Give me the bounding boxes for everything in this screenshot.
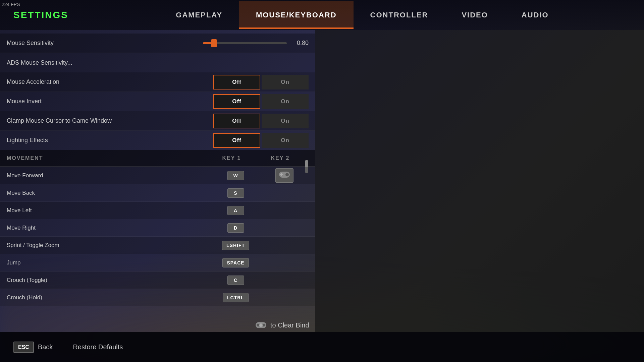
key-badge[interactable]: LCTRL	[223, 293, 249, 302]
svg-point-1	[285, 173, 289, 176]
mouse-acceleration-off[interactable]: Off	[213, 75, 260, 89]
restore-defaults-button[interactable]: Restore Defaults	[73, 343, 123, 351]
keybind-row: Crouch (Hold)LCTRL	[0, 289, 315, 306]
back-button[interactable]: ESC Back	[13, 342, 53, 353]
keybind-row: Move ForwardW	[0, 167, 315, 184]
keybind-key2-header: KEY 2	[256, 155, 305, 161]
key-badge[interactable]: W	[227, 171, 244, 180]
lighting-effects-off[interactable]: Off	[213, 133, 260, 148]
tab-audio[interactable]: AUDIO	[505, 1, 566, 29]
mouse-acceleration-toggle: Off On	[213, 75, 309, 89]
ads-sensitivity-label: ADS Mouse Sensitivity...	[7, 59, 309, 66]
lighting-effects-row: Lighting Effects Off On	[0, 131, 315, 150]
mouse-acceleration-label: Mouse Acceleration	[7, 78, 213, 85]
keybind-key1-header: KEY 1	[207, 155, 256, 161]
tab-controller[interactable]: CONTROLLER	[354, 1, 445, 29]
key-badge[interactable]: S	[227, 188, 244, 198]
keybind-key1-cell[interactable]: A	[211, 206, 260, 215]
keybind-action-label: Crouch (Hold)	[7, 294, 211, 301]
mouse-sensitivity-value: 0.80	[292, 40, 309, 47]
clamp-mouse-on[interactable]: On	[262, 114, 309, 128]
keybind-action-label: Move Forward	[7, 172, 211, 179]
key-badge[interactable]: LSHIFT	[222, 241, 249, 250]
lighting-effects-toggle: Off On	[213, 133, 309, 148]
svg-point-7	[262, 324, 265, 326]
clamp-mouse-off[interactable]: Off	[213, 114, 260, 128]
tab-video[interactable]: VIDEO	[445, 1, 504, 29]
mouse-sensitivity-slider-container: 0.80	[203, 40, 309, 47]
settings-title: SETTINGS	[13, 10, 80, 20]
keybind-row: Move LeftA	[0, 202, 315, 219]
gamepad-icon	[278, 170, 290, 180]
mouse-invert-label: Mouse Invert	[7, 98, 213, 105]
fps-counter: 224 FPS	[2, 2, 20, 7]
ads-sensitivity-row: ADS Mouse Sensitivity...	[0, 53, 315, 72]
clear-bind-text: to Clear Bind	[270, 321, 309, 329]
svg-rect-9	[259, 324, 263, 326]
right-panel	[315, 30, 644, 332]
mouse-sensitivity-label: Mouse Sensitivity	[7, 40, 203, 47]
keybind-key1-cell[interactable]: C	[211, 276, 260, 285]
svg-rect-4	[280, 174, 283, 175]
keybind-key1-cell[interactable]: LSHIFT	[211, 241, 260, 250]
header: SETTINGS GAMEPLAY MOUSE/KEYBOARD CONTROL…	[0, 0, 644, 30]
keybind-row: Move BackS	[0, 184, 315, 202]
keybind-action-label: Crouch (Toggle)	[7, 277, 211, 284]
mouse-sensitivity-fill	[203, 42, 211, 44]
clamp-mouse-row: Clamp Mouse Cursor to Game Window Off On	[0, 111, 315, 131]
key-badge[interactable]: A	[227, 206, 244, 215]
keybind-action-label: Move Right	[7, 225, 211, 231]
keybind-action-label: Move Back	[7, 190, 211, 196]
keybind-action-label: Move Left	[7, 207, 211, 214]
tab-gameplay[interactable]: GAMEPLAY	[159, 1, 239, 29]
lighting-effects-label: Lighting Effects	[7, 137, 213, 144]
keybind-row: JumpSPACE	[0, 254, 315, 272]
keybind-key1-cell[interactable]: D	[211, 223, 260, 233]
keybind-row: Move RightD	[0, 219, 315, 237]
keybind-action-label: Jump	[7, 259, 211, 266]
keybindings-section: MOVEMENT KEY 1 KEY 2 Move ForwardW Move …	[0, 150, 315, 328]
mouse-sensitivity-track[interactable]	[203, 42, 287, 44]
footer: ESC Back Restore Defaults	[0, 332, 644, 362]
mouse-sensitivity-row: Mouse Sensitivity 0.80	[0, 34, 315, 53]
keybind-row: Sprint / Toggle ZoomLSHIFT	[0, 237, 315, 254]
mouse-invert-off[interactable]: Off	[213, 94, 260, 109]
keybind-key1-cell[interactable]: S	[211, 188, 260, 198]
keybind-rows: Move ForwardW Move BackSMove LeftAMove R…	[0, 167, 315, 328]
clamp-mouse-toggle: Off On	[213, 114, 309, 128]
keybind-key2-cell[interactable]	[260, 168, 309, 183]
svg-point-6	[257, 324, 260, 326]
controller-icon	[255, 320, 267, 330]
mouse-acceleration-on[interactable]: On	[262, 75, 309, 89]
mouse-sensitivity-thumb[interactable]	[211, 39, 217, 47]
key-badge[interactable]: C	[227, 276, 244, 285]
keybind-row: Crouch (Toggle)C	[0, 272, 315, 289]
controller-key-badge[interactable]	[275, 168, 293, 183]
mouse-invert-row: Mouse Invert Off On	[0, 92, 315, 111]
main-content: Mouse Sensitivity 0.80 ADS Mouse Sensiti…	[0, 30, 644, 332]
nav-tabs: GAMEPLAY MOUSE/KEYBOARD CONTROLLER VIDEO…	[80, 1, 644, 29]
lighting-effects-on[interactable]: On	[262, 133, 309, 148]
esc-badge: ESC	[13, 342, 34, 353]
clear-bind-hint: to Clear Bind	[255, 320, 309, 330]
key-badge[interactable]: SPACE	[222, 258, 249, 267]
keybind-key1-cell[interactable]: W	[211, 171, 260, 180]
mouse-acceleration-row: Mouse Acceleration Off On	[0, 72, 315, 92]
back-label: Back	[38, 343, 53, 351]
keybind-key1-cell[interactable]: SPACE	[211, 258, 260, 267]
keybind-key1-cell[interactable]: LCTRL	[211, 293, 260, 302]
keybind-header: MOVEMENT KEY 1 KEY 2	[0, 150, 315, 167]
tab-mouse-keyboard[interactable]: MOUSE/KEYBOARD	[239, 1, 354, 29]
restore-defaults-label: Restore Defaults	[73, 343, 123, 351]
keybind-action-label: Sprint / Toggle Zoom	[7, 242, 211, 249]
clamp-mouse-label: Clamp Mouse Cursor to Game Window	[7, 117, 213, 124]
mouse-invert-toggle: Off On	[213, 94, 309, 109]
settings-panel: Mouse Sensitivity 0.80 ADS Mouse Sensiti…	[0, 30, 315, 332]
mouse-invert-on[interactable]: On	[262, 94, 309, 109]
keybind-movement-header: MOVEMENT	[7, 155, 207, 161]
key-badge[interactable]: D	[227, 223, 244, 233]
